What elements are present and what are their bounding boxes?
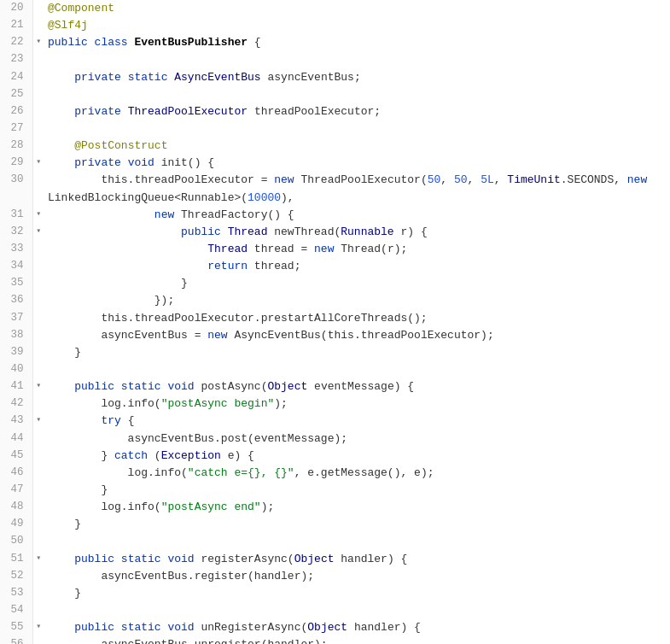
code-token: eventMessage) { <box>307 380 414 393</box>
code-line: log.info("postAsync begin"); <box>44 395 670 413</box>
line-number: 56 <box>0 636 32 644</box>
code-token: init() { <box>161 156 214 169</box>
code-token: Exception <box>161 449 221 462</box>
fold-arrow <box>32 241 44 258</box>
code-line: this.threadPoolExecutor = new ThreadPool… <box>44 172 670 189</box>
fold-arrow <box>32 51 44 68</box>
table-row: 22▾public class EventBusPublisher { <box>0 34 670 51</box>
code-token: thread; <box>254 260 301 272</box>
code-token: new <box>314 243 341 255</box>
fold-arrow <box>32 292 44 309</box>
line-number: 33 <box>0 241 32 258</box>
fold-arrow <box>32 120 44 138</box>
code-token <box>48 71 74 84</box>
code-token: ); <box>261 501 275 513</box>
code-line: LinkedBlockingQueue<Runnable>(10000), <box>44 190 670 207</box>
fold-arrow[interactable]: ▾ <box>32 619 44 636</box>
code-line: private void init() { <box>44 155 670 172</box>
line-number: 49 <box>0 516 32 533</box>
code-token: log.info( <box>48 397 161 410</box>
code-line: asyncEventBus.post(eventMessage); <box>44 430 670 448</box>
code-token: ThreadPoolExecutor <box>128 105 248 118</box>
line-number: 54 <box>0 602 32 619</box>
code-token: TimeUnit <box>507 173 560 186</box>
code-token: ), <box>281 191 294 204</box>
table-row: 20@Component <box>0 0 670 17</box>
table-row: 44 asyncEventBus.post(eventMessage); <box>0 430 670 448</box>
code-token: } <box>48 277 188 290</box>
table-row: 52 asyncEventBus.register(handler); <box>0 568 670 585</box>
fold-arrow[interactable]: ▾ <box>32 34 44 51</box>
code-token: asyncEventBus.register(handler); <box>48 570 314 583</box>
code-line <box>44 602 670 619</box>
line-number: 46 <box>0 465 32 482</box>
table-row: 45 } catch (Exception e) { <box>0 448 670 465</box>
code-token <box>48 139 74 152</box>
line-number: 41 <box>0 378 32 395</box>
code-token: asyncEventBus.post(eventMessage); <box>48 432 347 445</box>
fold-arrow <box>32 482 44 499</box>
fold-arrow <box>32 430 44 448</box>
code-token: catch <box>114 449 154 462</box>
fold-arrow[interactable]: ▾ <box>32 155 44 172</box>
line-number: 28 <box>0 138 32 155</box>
code-token: public <box>181 225 228 238</box>
fold-arrow[interactable]: ▾ <box>32 378 44 395</box>
fold-arrow[interactable]: ▾ <box>32 551 44 568</box>
code-line: public Thread newThread(Runnable r) { <box>44 224 670 241</box>
table-row: 54 <box>0 602 670 619</box>
code-line: private static AsyncEventBus asyncEventB… <box>44 69 670 86</box>
code-token: public <box>48 36 95 49</box>
code-line: public static void postAsync(Object even… <box>44 378 670 395</box>
fold-arrow[interactable]: ▾ <box>32 207 44 224</box>
table-row: 43▾ try { <box>0 413 670 430</box>
code-line: asyncEventBus.register(handler); <box>44 568 670 585</box>
code-token: Runnable <box>341 225 393 238</box>
code-token: private static <box>74 71 174 84</box>
code-token <box>48 380 74 393</box>
code-token: return <box>207 260 254 272</box>
line-number: 42 <box>0 395 32 413</box>
code-token: 50 <box>428 173 441 186</box>
fold-arrow <box>32 327 44 344</box>
code-token: new <box>274 173 300 186</box>
code-token: } <box>48 483 108 496</box>
code-token: 10000 <box>248 191 281 204</box>
fold-arrow <box>32 533 44 550</box>
code-container: 20@Component21@Slf4j22▾public class Even… <box>0 0 670 644</box>
fold-arrow <box>32 138 44 155</box>
line-number: 22 <box>0 34 32 51</box>
code-token: "catch e={}, {}" <box>188 466 294 479</box>
table-row: 49 } <box>0 516 670 533</box>
table-row: 29▾ private void init() { <box>0 155 670 172</box>
line-number: 39 <box>0 344 32 361</box>
code-line: } <box>44 275 670 292</box>
fold-arrow <box>32 465 44 482</box>
code-token: log.info( <box>48 501 161 513</box>
code-token: asyncEventBus.unregister(handler); <box>48 638 328 644</box>
code-line <box>44 86 670 103</box>
code-token: Thread <box>207 243 248 255</box>
code-token: } <box>48 518 81 530</box>
code-token <box>48 414 101 427</box>
fold-arrow[interactable]: ▾ <box>32 413 44 430</box>
code-line: @Component <box>44 0 670 17</box>
fold-arrow <box>32 310 44 327</box>
fold-arrow <box>32 190 44 207</box>
fold-arrow <box>32 172 44 189</box>
code-token: try <box>101 414 127 427</box>
code-token: @PostConstruct <box>74 139 167 152</box>
code-token <box>48 225 181 238</box>
code-token: AsyncEventBus(this.threadPoolExecutor); <box>234 329 493 342</box>
code-token <box>48 621 74 634</box>
table-row: 36 }); <box>0 292 670 309</box>
code-token: SECONDS <box>568 173 615 186</box>
fold-arrow <box>32 585 44 602</box>
table-row: 30 this.threadPoolExecutor = new ThreadP… <box>0 172 670 189</box>
table-row: 32▾ public Thread newThread(Runnable r) … <box>0 224 670 241</box>
line-number: 21 <box>0 17 32 34</box>
code-token: EventBusPublisher <box>134 36 248 49</box>
fold-arrow[interactable]: ▾ <box>32 224 44 241</box>
table-row: LinkedBlockingQueue<Runnable>(10000), <box>0 190 670 207</box>
line-number: 38 <box>0 327 32 344</box>
